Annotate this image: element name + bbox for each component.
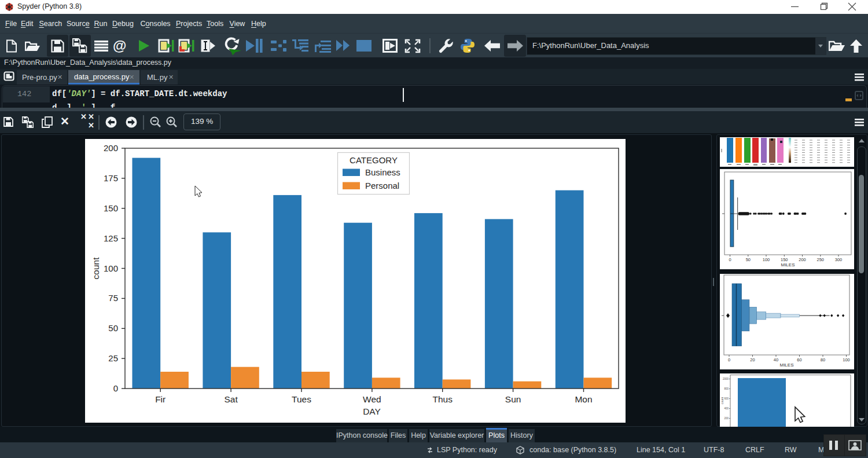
svg-text:75: 75: [108, 293, 118, 303]
svg-text:300: 300: [835, 257, 843, 262]
svg-text:Tues: Tues: [292, 394, 311, 404]
svg-text:200: 200: [724, 417, 729, 420]
svg-text:50: 50: [746, 257, 751, 262]
svg-text:Business: Business: [365, 167, 400, 177]
svg-text:100: 100: [843, 357, 850, 362]
svg-text:Fir: Fir: [155, 394, 165, 404]
svg-text:20: 20: [750, 357, 755, 362]
svg-text:100: 100: [763, 257, 770, 262]
svg-text:150: 150: [104, 203, 118, 213]
svg-text:Sat: Sat: [224, 394, 238, 404]
svg-text:CATEGORY: CATEGORY: [350, 155, 398, 165]
svg-text:count: count: [91, 257, 101, 280]
svg-text:0: 0: [113, 383, 118, 393]
svg-text:80: 80: [821, 357, 825, 362]
svg-text:125: 125: [104, 233, 118, 243]
svg-text:175: 175: [104, 173, 118, 183]
svg-text:2000: 2000: [723, 378, 729, 380]
svg-text:100: 100: [104, 263, 118, 273]
svg-text:250: 250: [817, 257, 825, 262]
svg-text:Thus: Thus: [432, 394, 453, 404]
svg-text:Wed: Wed: [363, 394, 381, 404]
svg-text:0: 0: [728, 357, 730, 362]
svg-text:40: 40: [774, 357, 778, 362]
svg-text:800: 800: [724, 387, 729, 390]
svg-text:25: 25: [108, 353, 118, 363]
svg-text:50: 50: [108, 323, 118, 333]
svg-text:0: 0: [729, 257, 731, 262]
svg-text:MILES: MILES: [781, 262, 795, 268]
svg-text:Personal: Personal: [365, 181, 399, 190]
svg-text:DAY: DAY: [363, 406, 381, 416]
svg-text:150: 150: [781, 257, 788, 262]
svg-text:60: 60: [797, 357, 801, 362]
svg-text:400: 400: [724, 407, 729, 410]
svg-text:Mon: Mon: [575, 394, 592, 404]
svg-text:200: 200: [799, 257, 806, 262]
svg-text:count: count: [720, 397, 724, 404]
svg-text:200: 200: [104, 143, 118, 153]
svg-text:Sun: Sun: [505, 394, 521, 404]
svg-text:MILES: MILES: [779, 362, 793, 368]
svg-text:600: 600: [724, 397, 729, 400]
